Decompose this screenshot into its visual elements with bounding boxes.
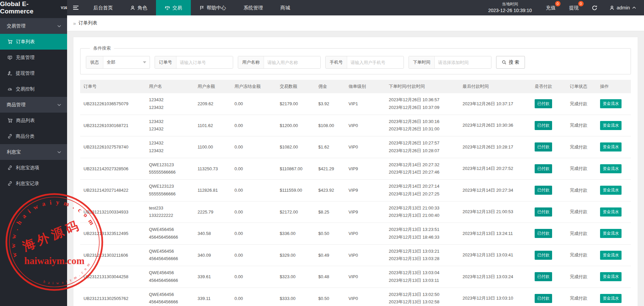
filter-select-status[interactable]: 全部 bbox=[103, 56, 150, 68]
nav-menu: 后台首页角色交易帮助中心系统管理商城 bbox=[85, 0, 299, 15]
sidebar-group-label: 商品管理 bbox=[7, 102, 25, 108]
filter-input-phone[interactable] bbox=[347, 56, 404, 68]
column-header: 交易数额 bbox=[276, 80, 315, 93]
nav-item-trade[interactable]: 交易 bbox=[156, 0, 191, 15]
fund-flow-button[interactable]: 资金流水 bbox=[600, 229, 622, 238]
pay-time: 2023年12月13日 13:03:11 bbox=[389, 277, 456, 285]
filter-input-order-time[interactable] bbox=[435, 56, 491, 68]
level-cell: VIP0 bbox=[345, 223, 385, 245]
sidebar-item-goods-category[interactable]: 商品分类 bbox=[0, 128, 67, 144]
fund-flow-button[interactable]: 资金流水 bbox=[600, 142, 622, 151]
action-cell: 资金流水 bbox=[597, 93, 631, 115]
frozen-cell: 0.00 bbox=[231, 201, 276, 223]
sidebar-group-goods-manage[interactable]: 商品管理 bbox=[0, 97, 67, 113]
fund-flow-button[interactable]: 资金流水 bbox=[600, 121, 622, 130]
balance-cell: 2209.62 bbox=[194, 93, 231, 115]
sidebar-item-withdraw-manage[interactable]: 提现管理 bbox=[0, 65, 67, 81]
last-pay-time-cell: 2023年12月26日 10:37:17 bbox=[459, 93, 531, 115]
nav-item-role[interactable]: 角色 bbox=[121, 0, 156, 15]
withdraw-label: 提现 bbox=[569, 5, 579, 11]
nav-item-label: 系统管理 bbox=[244, 5, 263, 11]
admin-menu[interactable]: admin bbox=[603, 0, 644, 15]
paid-badge: 已付款 bbox=[535, 99, 552, 108]
action-cell: 资金流水 bbox=[597, 180, 631, 201]
screen-icon bbox=[7, 55, 12, 60]
sidebar-item-label: 交易控制 bbox=[16, 86, 35, 92]
filter-input-order-no[interactable] bbox=[176, 56, 233, 68]
sidebar-item-order-list[interactable]: 订单列表 bbox=[0, 34, 67, 50]
search-button-label: 搜 索 bbox=[509, 59, 519, 65]
sidebar-group-trade-manage[interactable]: 交易管理 bbox=[0, 18, 67, 34]
sidebar-group-lixibao[interactable]: 利息宝 bbox=[0, 144, 67, 160]
sidebar-item-label: 利息宝记录 bbox=[16, 181, 39, 187]
table-row: UB2312131303211606QWE4564564564564566663… bbox=[80, 244, 631, 266]
refresh-button[interactable] bbox=[586, 0, 603, 15]
fund-flow-button[interactable]: 资金流水 bbox=[600, 186, 622, 195]
chevron-down-icon bbox=[57, 25, 61, 27]
pay-time: 2023年12月14日 20:27:25 bbox=[389, 190, 456, 198]
order-time: 2023年12月13日 21:00:33 bbox=[389, 204, 456, 212]
balance-cell: 340.09 bbox=[194, 244, 231, 266]
sidebar-item-lixibao-options[interactable]: 利息宝选项 bbox=[0, 160, 67, 176]
times-cell: 2023年12月14日 20:27:142023年12月14日 20:27:25 bbox=[385, 180, 459, 201]
user-cell: test2331332222222 bbox=[146, 201, 194, 223]
filter-label-order-time: 下单时间 bbox=[409, 56, 435, 68]
sidebar-item-goods-list[interactable]: 商品列表 bbox=[0, 113, 67, 128]
paid-badge: 已付款 bbox=[535, 121, 552, 130]
sidebar-item-recharge-manage[interactable]: 充值管理 bbox=[0, 50, 67, 65]
fund-flow-button[interactable]: 资金流水 bbox=[600, 251, 622, 260]
times-cell: 2023年12月13日 13:02:502023年12月13日 13:02:58 bbox=[385, 288, 459, 306]
column-header: 用户余额 bbox=[194, 80, 231, 93]
commission-cell: $0.49 bbox=[315, 244, 345, 266]
sidebar-item-lixibao-records[interactable]: 利息宝记录 bbox=[0, 176, 67, 191]
table-row: UB2312132100334933test23313322222222225.… bbox=[80, 201, 631, 223]
times-cell: 2023年12月26日 10:30:162023年12月26日 10:31:00 bbox=[385, 115, 459, 136]
gauge-icon bbox=[7, 87, 12, 91]
order-no-cell: UB2312131303044258 bbox=[80, 266, 146, 288]
withdraw-button[interactable]: 提现 0 bbox=[562, 0, 586, 15]
fund-flow-button[interactable]: 资金流水 bbox=[600, 207, 622, 217]
order-time: 2023年12月26日 10:27:57 bbox=[389, 139, 456, 147]
balance-cell: 1100.00 bbox=[194, 136, 231, 158]
fund-flow-button[interactable]: 资金流水 bbox=[600, 272, 622, 281]
user-phone: 456456456666 bbox=[149, 255, 191, 263]
order-no-cell: UB2312131302505762 bbox=[80, 288, 146, 306]
admin-name: admin bbox=[617, 5, 630, 10]
filter-input-user-name[interactable] bbox=[264, 56, 320, 68]
paid-badge: 已付款 bbox=[535, 272, 552, 281]
breadcrumb-marker-icon: » bbox=[73, 20, 76, 26]
sidebar-item-trade-control[interactable]: 交易控制 bbox=[0, 81, 67, 97]
fund-flow-button[interactable]: 资金流水 bbox=[600, 294, 622, 303]
paid-cell: 已付款 bbox=[531, 288, 567, 306]
order-no-cell: UB2312261036575079 bbox=[80, 93, 146, 115]
commission-cell: $0.50 bbox=[315, 288, 345, 306]
fund-flow-button[interactable]: 资金流水 bbox=[600, 99, 622, 108]
order-time: 2023年12月13日 13:02:50 bbox=[389, 291, 456, 299]
sidebar-toggle-button[interactable] bbox=[67, 0, 85, 15]
sidebar-group-label: 利息宝 bbox=[7, 149, 21, 155]
nav-item-home[interactable]: 后台首页 bbox=[85, 0, 121, 15]
nav-item-system[interactable]: 系统管理 bbox=[235, 0, 272, 15]
filter-fields: 状态全部订单号用户名称手机号下单时间 bbox=[86, 56, 491, 69]
recharge-button[interactable]: 充值 0 bbox=[539, 0, 562, 15]
user-name: 123432 bbox=[149, 139, 191, 147]
last-pay-time-cell: 2023年12月14日 20:27:34 bbox=[459, 180, 531, 201]
link-icon bbox=[7, 181, 12, 186]
nav-item-help[interactable]: 帮助中心 bbox=[191, 0, 235, 15]
paid-cell: 已付款 bbox=[531, 158, 567, 180]
balance-cell: 1101.62 bbox=[194, 115, 231, 136]
search-button[interactable]: 搜 索 bbox=[496, 56, 525, 69]
column-header: 用户冻结金额 bbox=[231, 80, 276, 93]
top-navbar: Global E-CommerceV16 后台首页角色交易帮助中心系统管理商城 … bbox=[0, 0, 644, 15]
amount-cell: $1082.00 bbox=[276, 136, 315, 158]
table-row: UB2312131323512495QWE4564564564564566663… bbox=[80, 223, 631, 245]
amount-cell: $110867.00 bbox=[276, 158, 315, 180]
order-status-cell: 完成付款 bbox=[567, 136, 597, 158]
search-panel-legend: 条件搜索 bbox=[90, 45, 114, 51]
fund-flow-button[interactable]: 资金流水 bbox=[600, 164, 622, 173]
frozen-cell: 0.00 bbox=[231, 93, 276, 115]
nav-item-mall[interactable]: 商城 bbox=[272, 0, 299, 15]
navbar-right: 当地时间 2023-12-26 10:39:10 充值 0 提现 0 admin bbox=[481, 0, 644, 15]
sidebar-menu: 交易管理订单列表充值管理提现管理交易控制商品管理商品列表商品分类利息宝利息宝选项… bbox=[0, 15, 67, 306]
paid-badge: 已付款 bbox=[535, 164, 552, 173]
